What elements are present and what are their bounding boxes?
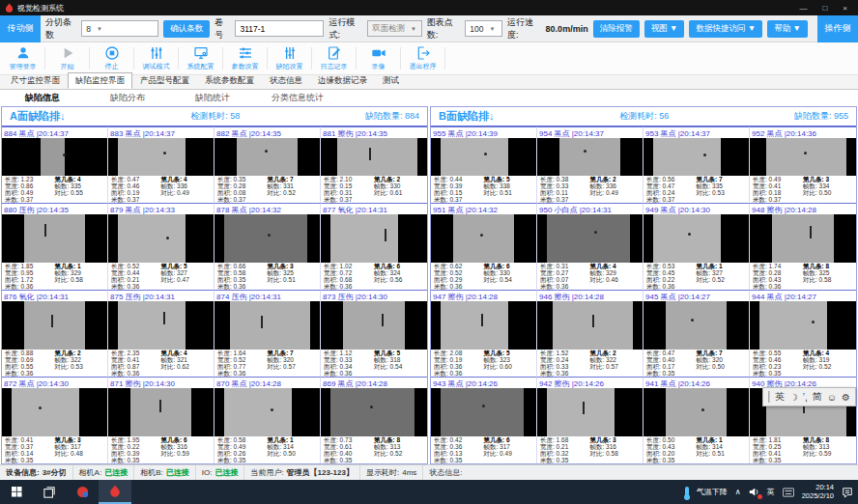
- ime-drag-handle[interactable]: [768, 391, 770, 403]
- defect-thumbnail[interactable]: [214, 388, 320, 436]
- defect-cell[interactable]: 944 黑点 |20:14:27长度: 0.55宽度: 0.46面积: 0.23…: [750, 290, 856, 377]
- defect-thumbnail[interactable]: [2, 388, 107, 436]
- defect-thumbnail[interactable]: [537, 214, 643, 263]
- system-config-button[interactable]: 系统配置: [181, 42, 220, 74]
- defect-thumbnail[interactable]: [750, 214, 856, 263]
- defect-cell[interactable]: 884 黑点 |20:14:37长度: 1.23宽度: 0.86面积: 0.49…: [2, 126, 108, 203]
- clear-alarm-button[interactable]: 清除报警: [593, 20, 640, 38]
- defect-cell[interactable]: 946 擦伤 |20:14:28长度: 1.52宽度: 0.24面积: 0.33…: [537, 290, 644, 377]
- language-indicator[interactable]: 英: [767, 487, 775, 497]
- view-menu-button[interactable]: 视图 ▼: [644, 20, 685, 38]
- log-record-button[interactable]: 日志记录: [314, 42, 354, 74]
- weather-text[interactable]: 气温下降: [697, 487, 728, 497]
- defect-thumbnail[interactable]: [321, 214, 427, 263]
- tab-status-info[interactable]: 状态信息: [262, 72, 310, 89]
- defect-thumbnail[interactable]: [537, 301, 643, 350]
- subtab-defect-distribution[interactable]: 缺陷分布: [85, 92, 170, 104]
- clock[interactable]: 20:14 2025/2/10: [802, 484, 834, 500]
- defect-cell[interactable]: 880 压伤 |20:14:35长度: 1.85宽度: 0.95面积: 1.72…: [2, 203, 108, 290]
- defect-cell[interactable]: 883 黑点 |20:14:37长度: 0.47宽度: 0.46面积: 0.19…: [108, 126, 214, 203]
- task-view-button[interactable]: [33, 480, 66, 504]
- tab-test[interactable]: 测试: [375, 72, 407, 89]
- run-mode-select[interactable]: 双面检测 ▼: [367, 20, 422, 37]
- defect-cell[interactable]: 941 黑点 |20:14:26长度: 0.50宽度: 0.43面积: 0.20…: [644, 377, 750, 463]
- defect-thumbnail[interactable]: [2, 214, 107, 263]
- defect-settings-button[interactable]: 缺陷设置: [270, 42, 309, 74]
- defect-thumbnail[interactable]: [537, 388, 643, 436]
- defect-thumbnail[interactable]: [321, 138, 427, 176]
- tab-size-monitor[interactable]: 尺寸监控界面: [3, 72, 68, 89]
- defect-thumbnail[interactable]: [108, 388, 214, 436]
- confirm-count-button[interactable]: 确认条数: [163, 20, 210, 38]
- defect-cell[interactable]: 947 擦伤 |20:14:28长度: 2.08宽度: 0.19面积: 0.36…: [431, 290, 537, 377]
- defect-thumbnail[interactable]: [108, 138, 214, 176]
- tab-system-params-config[interactable]: 系统参数配置: [197, 72, 262, 89]
- taskbar-app-button[interactable]: [66, 480, 99, 504]
- tray-expand-chevron[interactable]: ∧: [735, 488, 741, 496]
- defect-cell[interactable]: 874 压伤 |20:14:31长度: 1.64宽度: 0.52面积: 0.77…: [214, 290, 321, 377]
- defect-thumbnail[interactable]: [108, 301, 214, 350]
- ime-moon-icon[interactable]: ☽: [789, 392, 798, 403]
- minimize-button[interactable]: —: [799, 4, 807, 13]
- close-button[interactable]: ×: [843, 4, 847, 13]
- defect-thumbnail[interactable]: [644, 388, 749, 436]
- defect-thumbnail[interactable]: [431, 214, 536, 263]
- defect-cell[interactable]: 878 黑点 |20:14:32长度: 0.66宽度: 0.58面积: 0.35…: [214, 203, 321, 290]
- defect-cell[interactable]: 948 擦伤 |20:14:28长度: 1.74宽度: 0.28面积: 0.43…: [750, 203, 856, 290]
- defect-thumbnail[interactable]: [2, 138, 107, 176]
- defect-cell[interactable]: 951 黑点 |20:14:32长度: 0.62宽度: 0.52面积: 0.29…: [431, 203, 537, 290]
- ime-simplified-button[interactable]: 简: [813, 390, 822, 404]
- defect-thumbnail[interactable]: [214, 214, 320, 263]
- defect-cell[interactable]: 869 黑点 |20:14:28长度: 0.73宽度: 0.61面积: 0.40…: [321, 377, 427, 463]
- maximize-button[interactable]: □: [822, 4, 827, 13]
- defect-cell[interactable]: 949 黑点 |20:14:30长度: 0.53宽度: 0.45面积: 0.22…: [644, 203, 750, 290]
- defect-thumbnail[interactable]: [644, 138, 749, 176]
- defect-cell[interactable]: 881 擦伤 |20:14:35长度: 2.10宽度: 0.15面积: 0.31…: [321, 126, 427, 203]
- subtab-defect-info[interactable]: 缺陷信息: [0, 92, 85, 104]
- subtab-defect-statistics[interactable]: 缺陷统计: [170, 92, 255, 104]
- operator-side-button[interactable]: 操作侧: [817, 15, 858, 42]
- defect-cell[interactable]: 871 擦伤 |20:14:30长度: 1.95宽度: 0.22面积: 0.39…: [108, 377, 214, 463]
- defect-cell[interactable]: 873 压伤 |20:14:30长度: 1.12宽度: 0.33面积: 0.34…: [321, 290, 427, 377]
- slit-count-select[interactable]: 8 ▼: [81, 20, 158, 37]
- defect-thumbnail[interactable]: [750, 138, 856, 176]
- ime-punct-button[interactable]: ’,: [803, 392, 808, 403]
- defect-cell[interactable]: 882 黑点 |20:14:35长度: 0.35宽度: 0.28面积: 0.08…: [214, 126, 321, 203]
- record-video-button[interactable]: 录像: [358, 42, 398, 74]
- tab-edge-data-record[interactable]: 边缘数据记录: [310, 72, 375, 89]
- ime-lang-button[interactable]: 英: [775, 390, 785, 404]
- data-quick-access-button[interactable]: 数据快捷访问 ▼: [689, 20, 762, 38]
- subtab-class-info-statistics[interactable]: 分类信息统计: [255, 92, 340, 104]
- help-menu-button[interactable]: 帮助 ▼: [767, 20, 808, 38]
- taskbar-active-app-button[interactable]: [99, 480, 131, 504]
- roll-number-input[interactable]: [235, 20, 324, 37]
- defect-thumbnail[interactable]: [644, 214, 749, 263]
- defect-cell[interactable]: 952 黑点 |20:14:36长度: 0.49宽度: 0.41面积: 0.18…: [750, 126, 856, 203]
- exit-program-button[interactable]: 退出程序: [403, 42, 443, 74]
- params-settings-button[interactable]: 参数设置: [225, 42, 265, 74]
- keyboard-icon[interactable]: [783, 488, 794, 497]
- defect-thumbnail[interactable]: [2, 301, 107, 350]
- defect-cell[interactable]: 953 黑点 |20:14:37长度: 0.56宽度: 0.47面积: 0.24…: [644, 126, 750, 203]
- defect-cell[interactable]: 879 黑点 |20:14:33长度: 0.52宽度: 0.44面积: 0.21…: [108, 203, 214, 290]
- defect-thumbnail[interactable]: [537, 138, 643, 176]
- tab-product-model-config[interactable]: 产品型号配置: [132, 72, 197, 89]
- defect-cell[interactable]: 945 黑点 |20:14:27长度: 0.47宽度: 0.40面积: 0.17…: [644, 290, 750, 377]
- defect-cell[interactable]: 876 氧化 |20:14:31长度: 0.88宽度: 0.69面积: 0.55…: [2, 290, 108, 377]
- start-button[interactable]: [0, 480, 33, 504]
- defect-thumbnail[interactable]: [644, 301, 749, 350]
- defect-thumbnail[interactable]: [431, 138, 536, 176]
- volume-button[interactable]: [749, 487, 759, 497]
- ime-emoji-icon[interactable]: ☺: [827, 392, 837, 403]
- ime-gear-icon[interactable]: ⚙: [842, 392, 850, 403]
- drive-side-button[interactable]: 传动侧: [0, 15, 41, 42]
- defect-thumbnail[interactable]: [750, 301, 856, 350]
- defect-thumbnail[interactable]: [108, 214, 214, 263]
- defect-cell[interactable]: 950 小白点 |20:14:31长度: 0.31宽度: 0.27面积: 0.0…: [537, 203, 644, 290]
- start-button[interactable]: 开始: [47, 42, 87, 74]
- defect-cell[interactable]: 875 压伤 |20:14:31长度: 2.35宽度: 0.41面积: 0.87…: [108, 290, 214, 377]
- chart-points-select[interactable]: 100 ▼: [465, 20, 502, 37]
- defect-thumbnail[interactable]: [321, 301, 427, 350]
- defect-cell[interactable]: 942 擦伤 |20:14:26长度: 1.68宽度: 0.21面积: 0.32…: [537, 377, 644, 463]
- defect-cell[interactable]: 954 黑点 |20:14:37长度: 0.38宽度: 0.33面积: 0.11…: [537, 126, 644, 203]
